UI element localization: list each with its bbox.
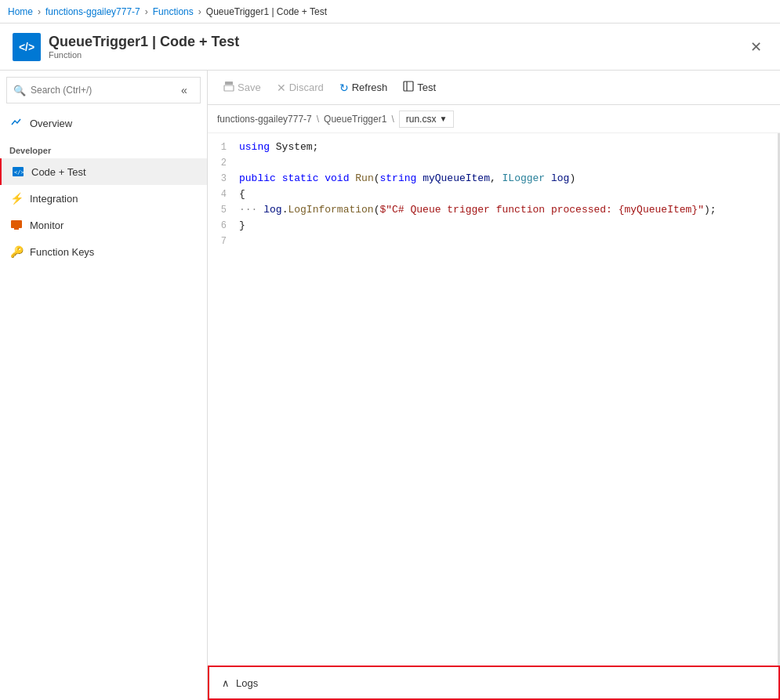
test-button[interactable]: Test — [397, 78, 442, 97]
breadcrumb-bar: Home › functions-ggailey777-7 › Function… — [0, 0, 780, 24]
file-dropdown[interactable]: run.csx ▼ — [399, 111, 455, 128]
overview-icon — [9, 116, 24, 130]
svg-rect-6 — [404, 82, 413, 91]
svg-rect-4 — [225, 82, 233, 85]
sidebar-item-function-keys[interactable]: 🔑 Function Keys — [0, 238, 207, 265]
monitor-icon — [9, 218, 24, 232]
svg-rect-3 — [14, 228, 19, 230]
breadcrumb-sep-2: › — [145, 6, 148, 17]
breadcrumb-functions-app[interactable]: functions-ggailey777-7 — [45, 6, 140, 17]
sidebar-item-integration-label: Integration — [30, 193, 78, 205]
test-icon — [403, 81, 414, 94]
discard-button[interactable]: ✕ Discard — [270, 78, 330, 97]
logs-chevron-icon: ∧ — [222, 677, 230, 689]
test-label: Test — [417, 82, 436, 93]
file-path-bar: functions-ggailey777-7 \ QueueTrigger1 \… — [208, 105, 780, 133]
svg-rect-2 — [11, 220, 22, 228]
main-layout: 🔍 « Overview Developer </> Code + Test ⚡… — [0, 71, 780, 700]
sidebar-item-function-keys-label: Function Keys — [30, 246, 94, 258]
sidebar-item-monitor[interactable]: Monitor — [0, 212, 207, 238]
toolbar: Save ✕ Discard ↻ Refresh Test — [208, 71, 780, 105]
sidebar-item-monitor-label: Monitor — [30, 219, 63, 231]
code-line-5: 5 ··· log.LogInformation($"C# Queue trig… — [208, 202, 778, 218]
title-left: </> QueueTrigger1 | Code + Test Function — [13, 33, 239, 61]
integration-icon: ⚡ — [9, 191, 24, 205]
function-icon: </> — [13, 33, 41, 61]
code-line-2: 2 — [208, 155, 778, 171]
chevron-down-icon: ▼ — [439, 114, 447, 123]
sidebar-item-code-test-label: Code + Test — [31, 166, 86, 178]
function-keys-icon: 🔑 — [9, 245, 24, 259]
code-line-6: 6 } — [208, 218, 778, 234]
developer-section-label: Developer — [0, 136, 207, 158]
svg-rect-5 — [224, 85, 234, 91]
code-editor[interactable]: 1 using System; 2 3 public static void R… — [208, 133, 780, 666]
path-sep2: \ — [391, 114, 394, 125]
sidebar-item-overview-label: Overview — [30, 118, 72, 129]
path-sep1: \ — [317, 114, 319, 125]
code-test-icon: </> — [11, 165, 25, 179]
logs-label: Logs — [236, 677, 258, 689]
path-part1: functions-ggailey777-7 — [217, 114, 312, 125]
title-text-group: QueueTrigger1 | Code + Test Function — [49, 34, 239, 60]
save-icon — [223, 81, 234, 94]
search-input[interactable] — [31, 85, 170, 96]
breadcrumb-functions[interactable]: Functions — [153, 6, 194, 17]
content-area: Save ✕ Discard ↻ Refresh Test functions-… — [208, 71, 780, 700]
refresh-button[interactable]: ↻ Refresh — [333, 78, 394, 97]
save-label: Save — [238, 82, 261, 93]
sidebar-item-integration[interactable]: ⚡ Integration — [0, 185, 207, 212]
code-line-4: 4 { — [208, 187, 778, 202]
breadcrumb-sep-3: › — [198, 6, 201, 17]
close-button[interactable]: ✕ — [744, 35, 767, 59]
page-title: QueueTrigger1 | Code + Test — [49, 34, 239, 50]
discard-icon: ✕ — [277, 82, 286, 94]
discard-label: Discard — [289, 82, 324, 93]
sidebar-item-code-test[interactable]: </> Code + Test — [0, 158, 207, 185]
save-button[interactable]: Save — [217, 78, 267, 97]
title-bar: </> QueueTrigger1 | Code + Test Function… — [0, 24, 780, 71]
sidebar-item-overview[interactable]: Overview — [0, 110, 207, 136]
breadcrumb-home[interactable]: Home — [8, 6, 33, 17]
refresh-label: Refresh — [352, 82, 388, 93]
logs-panel[interactable]: ∧ Logs — [208, 666, 780, 700]
code-line-7: 7 — [208, 234, 778, 249]
refresh-icon: ↻ — [339, 82, 349, 94]
search-icon: 🔍 — [13, 85, 26, 96]
code-line-1: 1 using System; — [208, 140, 778, 155]
breadcrumb-current: QueueTrigger1 | Code + Test — [206, 6, 327, 17]
page-subtitle: Function — [49, 50, 239, 60]
svg-text:</>: </> — [14, 169, 24, 176]
file-dropdown-label: run.csx — [406, 114, 437, 125]
code-line-3: 3 public static void Run(string myQueueI… — [208, 171, 778, 187]
search-box[interactable]: 🔍 « — [6, 77, 201, 103]
breadcrumb-sep-1: › — [38, 6, 41, 17]
sidebar: 🔍 « Overview Developer </> Code + Test ⚡… — [0, 71, 208, 700]
collapse-icon[interactable]: « — [175, 81, 194, 100]
path-part2: QueueTrigger1 — [324, 114, 386, 125]
